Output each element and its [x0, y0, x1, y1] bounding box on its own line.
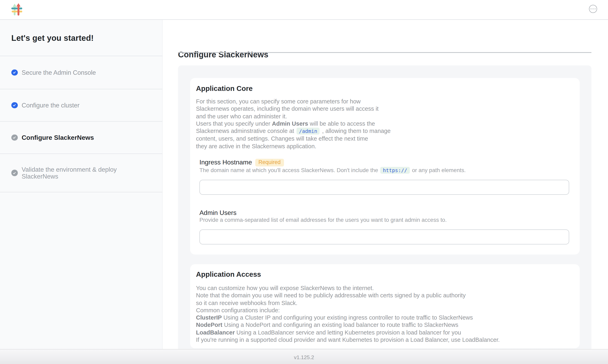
section-description: You can customize how you will expose Sl…	[196, 285, 500, 344]
logo-red-arrow	[16, 3, 21, 15]
logo-mint-arrow	[13, 4, 17, 15]
top-navbar	[0, 0, 608, 20]
application-core-card: Application Core For this section, you c…	[190, 78, 580, 255]
ingress-hostname-help: The domain name at which you'll access S…	[199, 167, 466, 174]
logo-teal-bar	[11, 7, 22, 9]
check-circle-icon	[11, 69, 18, 76]
config-panel: Application Core For this section, you c…	[178, 65, 591, 349]
main-content: Configure SlackerNews Application Core F…	[163, 20, 608, 349]
check-circle-icon	[11, 170, 18, 176]
ingress-hostname-input[interactable]	[199, 180, 569, 195]
setup-steps-sidebar: Let's get you started! Secure the Admin …	[0, 20, 163, 349]
page-title: Configure SlackerNews	[178, 50, 268, 59]
admin-users-input[interactable]	[199, 230, 569, 244]
overflow-menu-button[interactable]	[589, 5, 597, 13]
application-access-card: Application Access You can customize how…	[190, 264, 580, 348]
step-label: Configure the cluster	[22, 102, 80, 109]
footer-bar: v1.125.2	[0, 349, 608, 364]
sidebar-step-secure-admin-console[interactable]: Secure the Admin Console	[0, 56, 162, 89]
check-circle-icon	[11, 134, 18, 141]
ingress-hostname-label: Ingress Hostname Required	[199, 158, 284, 167]
step-label: Secure the Admin Console	[22, 69, 96, 76]
title-divider	[178, 52, 591, 53]
sidebar-step-configure-cluster[interactable]: Configure the cluster	[0, 89, 162, 122]
admin-users-label: Admin Users	[199, 209, 236, 217]
sidebar-step-configure-slackernews[interactable]: Configure SlackerNews	[0, 122, 162, 154]
sidebar-step-validate-deploy[interactable]: Validate the environment & deploy Slacke…	[0, 154, 162, 192]
check-circle-icon	[11, 102, 18, 108]
required-badge: Required	[255, 158, 284, 166]
slackernews-logo	[11, 3, 22, 16]
section-title: Application Access	[196, 270, 261, 279]
step-label: Configure SlackerNews	[22, 134, 94, 141]
page: Let's get you started! Secure the Admin …	[0, 0, 608, 364]
app-version: v1.125.2	[294, 353, 314, 360]
sidebar-heading: Let's get you started!	[0, 20, 162, 56]
step-label: Validate the environment & deploy Slacke…	[22, 166, 128, 180]
section-description: For this section, you can specify some c…	[196, 98, 391, 150]
logo-yellow-bar	[12, 11, 22, 12]
section-title: Application Core	[196, 84, 253, 93]
ellipsis-icon	[590, 8, 591, 9]
admin-users-help: Provide a comma-separated list of email …	[199, 217, 447, 224]
